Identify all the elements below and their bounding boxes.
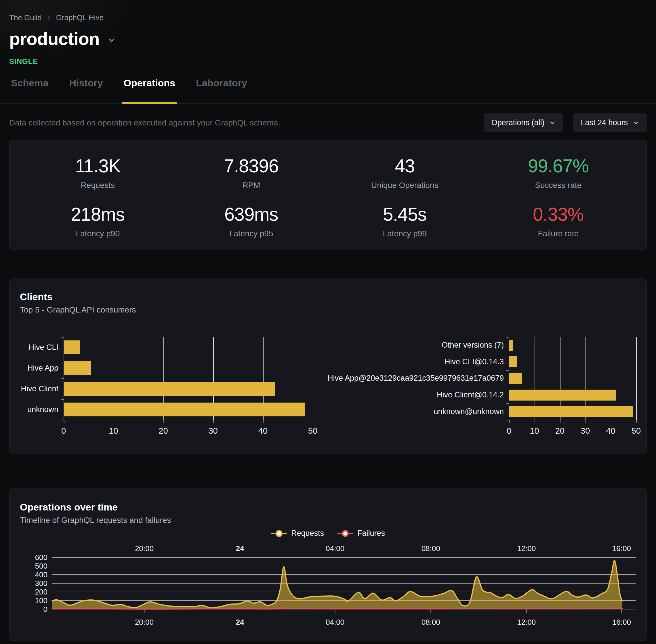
- legend-item-failures[interactable]: Failures: [337, 529, 385, 538]
- bar-row: [509, 403, 636, 420]
- x-tick-label-top: 20:00: [135, 544, 154, 553]
- stat-value: 5.45s: [328, 204, 482, 225]
- x-tick-label-bottom: 16:00: [612, 618, 631, 626]
- y-tick-label: 500: [35, 562, 47, 570]
- x-tick-label: 10: [530, 426, 539, 436]
- axis-tick: [61, 399, 64, 400]
- x-tick-label-top: 04:00: [326, 544, 344, 553]
- bar-row: [64, 337, 313, 358]
- bar-row: [64, 358, 313, 378]
- tab-schema[interactable]: Schema: [9, 77, 50, 103]
- operations-description: Data collected based on operation execut…: [9, 118, 280, 128]
- bar-row: [509, 387, 636, 404]
- chevron-down-icon: [549, 119, 556, 126]
- page-header: The Guild GraphQL Hive production SINGLE: [0, 0, 656, 66]
- stat-latency-p95: 639msLatency p95: [174, 204, 328, 238]
- stats-card: 11.3KRequests7.8396RPM43Unique Operation…: [9, 140, 647, 250]
- axis-tick: [636, 420, 637, 423]
- failures-series-marker-icon: [337, 529, 353, 537]
- clients-by-name-chart: Hive CLIHive AppHive Clientunknown010203…: [20, 337, 313, 435]
- y-tick-label: 300: [35, 579, 47, 588]
- period-filter-dropdown[interactable]: Last 24 hours: [573, 113, 647, 132]
- clients-card: Clients Top 5 - GraphQL API consumers Hi…: [9, 278, 647, 454]
- y-tick-label: 400: [35, 570, 47, 579]
- axis-tick: [61, 358, 64, 358]
- bar-hive-app[interactable]: [64, 361, 91, 375]
- tab-laboratory[interactable]: Laboratory: [194, 77, 249, 103]
- bar-unknown[interactable]: [64, 402, 305, 416]
- bar-category-label: unknown: [20, 399, 64, 420]
- bar-row: [509, 370, 636, 387]
- breadcrumb: The Guild GraphQL Hive: [9, 13, 647, 22]
- bar-hive-app-20e3129caa921c35e9979631e17a0679[interactable]: [509, 373, 522, 384]
- x-tick-label: 0: [507, 426, 511, 436]
- x-tick-label: 20: [555, 426, 564, 436]
- bar-row: [64, 378, 313, 399]
- y-tick-label: 600: [35, 553, 47, 562]
- bar-row: [509, 354, 636, 370]
- bar-hive-cli[interactable]: [64, 340, 80, 354]
- breadcrumb-org[interactable]: The Guild: [9, 13, 42, 22]
- bar-category-label: Hive Client: [20, 378, 64, 399]
- stat-value: 11.3K: [21, 155, 174, 177]
- stat-value: 7.8396: [174, 155, 328, 177]
- y-tick-label: 100: [35, 596, 47, 605]
- stat-label: RPM: [174, 181, 328, 190]
- bar-category-labels: Other versions (7)Hive CLI@0.14.3Hive Ap…: [346, 337, 509, 420]
- bar-unknown-unknown[interactable]: [509, 406, 633, 417]
- x-tick-label: 0: [61, 426, 66, 436]
- x-tick-label: 40: [258, 426, 267, 436]
- bar-category-labels: Hive CLIHive AppHive Clientunknown: [20, 337, 64, 420]
- stat-latency-p99: 5.45sLatency p99: [328, 204, 482, 238]
- tab-history[interactable]: History: [67, 77, 104, 103]
- gridline: [313, 337, 313, 420]
- bar-row: [64, 399, 313, 420]
- requests-series-marker-icon: [271, 529, 287, 537]
- stat-rpm: 7.8396RPM: [174, 155, 328, 190]
- bar-category-label: Hive CLI@0.14.3: [346, 354, 509, 370]
- x-tick-label-bottom: 20:00: [135, 618, 154, 626]
- legend-label-requests: Requests: [291, 529, 324, 538]
- x-tick-label-bottom: 24: [236, 618, 244, 626]
- x-tick-label-top: 24: [236, 544, 244, 553]
- bar-other-versions-7[interactable]: [509, 340, 513, 351]
- clients-card-subtitle: Top 5 - GraphQL API consumers: [20, 305, 636, 315]
- x-tick-label: 20: [159, 426, 168, 436]
- operations-over-time-title: Operations over time: [20, 502, 636, 513]
- bar-hive-cli-0-14-3[interactable]: [509, 356, 517, 367]
- stat-unique-operations: 43Unique Operations: [328, 155, 482, 190]
- clients-by-version-chart: Other versions (7)Hive CLI@0.14.3Hive Ap…: [346, 337, 636, 435]
- bar-category-label: Hive CLI: [20, 337, 64, 358]
- clients-card-title: Clients: [20, 291, 636, 302]
- stat-value: 43: [328, 155, 482, 177]
- operations-over-time-subtitle: Timeline of GraphQL requests and failure…: [20, 516, 636, 525]
- bar-category-label: Other versions (7): [346, 337, 509, 354]
- stat-value: 0.33%: [482, 204, 635, 225]
- breadcrumb-project[interactable]: GraphQL Hive: [56, 13, 103, 22]
- bar-hive-client-0-14-2[interactable]: [509, 390, 616, 400]
- bar-category-label: Hive App@20e3129caa921c35e9979631e17a067…: [346, 370, 509, 387]
- gridline: [636, 337, 637, 420]
- x-tick-label-bottom: 04:00: [326, 618, 344, 626]
- x-tick-label: 10: [109, 426, 118, 436]
- stat-requests: 11.3KRequests: [21, 155, 174, 190]
- axis-tick: [61, 337, 64, 338]
- page-title: production: [9, 28, 99, 49]
- operations-filter-dropdown[interactable]: Operations (all): [484, 113, 564, 132]
- x-tick-label-bottom: 12:00: [517, 618, 536, 626]
- stat-label: Success rate: [482, 181, 635, 190]
- operations-over-time-card: Operations over time Timeline of GraphQL…: [9, 488, 647, 641]
- page: The Guild GraphQL Hive production SINGLE…: [0, 0, 656, 641]
- stat-label: Requests: [21, 181, 174, 190]
- axis-tick: [507, 403, 509, 404]
- tab-operations[interactable]: Operations: [122, 77, 177, 103]
- legend-item-requests[interactable]: Requests: [271, 529, 324, 538]
- bar-category-label: unknown@unknown: [346, 403, 509, 420]
- bar-x-axis-labels: 01020304050: [64, 420, 313, 435]
- axis-tick: [313, 420, 313, 423]
- target-selector-chevron-down-icon[interactable]: [107, 36, 116, 45]
- x-tick-label-top: 08:00: [422, 544, 440, 553]
- x-tick-label: 30: [581, 426, 590, 436]
- bar-hive-client[interactable]: [64, 382, 275, 396]
- chevron-right-icon: [46, 15, 52, 21]
